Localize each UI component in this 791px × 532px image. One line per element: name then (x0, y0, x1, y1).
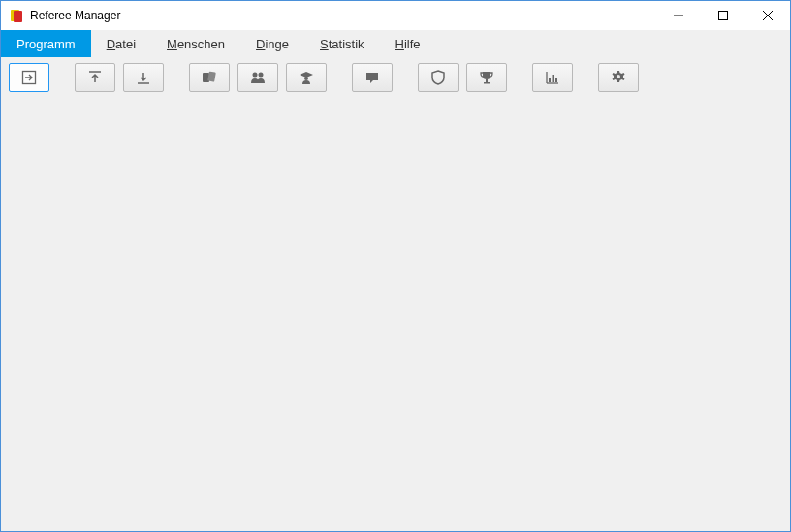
svg-rect-1 (14, 11, 22, 22)
menu-dinge[interactable]: Dinge (240, 30, 304, 57)
people-button[interactable] (237, 63, 278, 92)
shield-button[interactable] (418, 63, 459, 92)
toolbar-separator (400, 78, 410, 78)
referees-button[interactable] (189, 63, 230, 92)
download-icon (136, 70, 151, 85)
titlebar: Referee Manager (1, 1, 790, 30)
download-button[interactable] (123, 63, 164, 92)
referee-cards-icon (201, 70, 218, 85)
people-icon (249, 70, 267, 85)
svg-rect-19 (553, 75, 554, 82)
trophy-icon (479, 70, 494, 85)
shield-icon (430, 70, 446, 85)
svg-point-11 (253, 73, 258, 78)
chart-icon (545, 70, 560, 85)
message-icon (364, 70, 380, 85)
app-window: Referee Manager ProgrammDateiMenschenDin… (0, 0, 791, 532)
upload-icon (87, 70, 103, 85)
svg-point-21 (617, 75, 620, 78)
toolbar-separator (57, 78, 67, 78)
svg-rect-14 (486, 79, 488, 82)
window-title: Referee Manager (30, 9, 656, 22)
upload-button[interactable] (75, 63, 115, 92)
svg-point-12 (259, 73, 264, 78)
toolbar-separator (172, 78, 181, 78)
menu-programm[interactable]: Programm (1, 30, 91, 57)
trophy-button[interactable] (466, 63, 507, 92)
minimize-button[interactable] (656, 1, 701, 30)
exit-icon (21, 70, 37, 85)
menu-menschen[interactable]: Menschen (151, 30, 240, 57)
toolbar-separator (334, 78, 344, 78)
window-controls (656, 1, 790, 30)
menu-statistik[interactable]: Statistik (304, 30, 380, 57)
menubar: ProgrammDateiMenschenDingeStatistikHilfe (1, 30, 790, 57)
svg-rect-20 (555, 78, 557, 82)
settings-button[interactable] (598, 63, 639, 92)
trainee-icon (298, 70, 315, 85)
maximize-button[interactable] (701, 1, 745, 30)
toolbar-separator (581, 78, 590, 78)
close-icon (763, 11, 773, 20)
svg-rect-15 (484, 82, 490, 84)
menu-datei[interactable]: Datei (91, 30, 151, 57)
svg-rect-3 (719, 12, 728, 20)
close-button[interactable] (745, 1, 790, 30)
toolbar-separator (515, 78, 524, 78)
gear-icon (611, 70, 626, 85)
svg-rect-18 (549, 78, 551, 82)
message-button[interactable] (352, 63, 393, 92)
minimize-icon (674, 11, 683, 20)
toolbar (1, 57, 790, 103)
trainee-button[interactable] (286, 63, 327, 92)
menu-hilfe[interactable]: Hilfe (380, 30, 436, 57)
exit-button[interactable] (9, 63, 49, 92)
content-area (1, 103, 790, 531)
statistics-button[interactable] (532, 63, 573, 92)
app-icon (9, 8, 24, 23)
maximize-icon (718, 11, 728, 20)
svg-point-13 (304, 77, 308, 80)
